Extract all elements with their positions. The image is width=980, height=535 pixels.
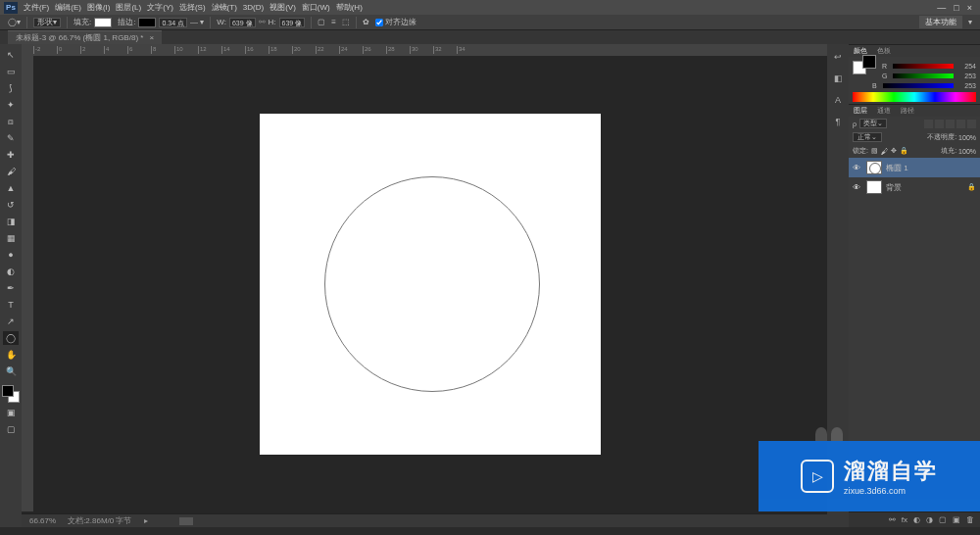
layer-row[interactable]: 👁 背景 🔒 xyxy=(849,177,980,197)
layer-fx-icon[interactable]: fx xyxy=(902,515,907,524)
menu-3d[interactable]: 3D(D) xyxy=(243,3,264,12)
shape-tool[interactable]: ◯ xyxy=(3,331,19,345)
link-icon[interactable]: ⚯ xyxy=(259,18,266,26)
filter-kind-dropdown[interactable]: 类型 ⌄ xyxy=(859,119,887,128)
minimize-icon[interactable]: — xyxy=(937,3,946,13)
lasso-tool[interactable]: ⟆ xyxy=(3,81,19,95)
zoom-level[interactable]: 66.67% xyxy=(29,516,56,525)
color-spectrum[interactable] xyxy=(853,92,976,102)
layer-thumbnail[interactable] xyxy=(866,180,882,194)
blur-tool[interactable]: ● xyxy=(3,248,19,262)
pen-tool[interactable]: ✒ xyxy=(3,281,19,295)
layer-name[interactable]: 椭圆 1 xyxy=(886,163,908,173)
document-tab[interactable]: 未标题-3 @ 66.7% (椭圆 1, RGB/8) * × xyxy=(8,30,162,44)
tab-paths[interactable]: 路径 xyxy=(896,106,919,116)
fill-opacity-value[interactable]: 100% xyxy=(958,148,976,155)
lock-position-icon[interactable]: ✥ xyxy=(891,147,897,155)
maximize-icon[interactable]: □ xyxy=(954,3,958,13)
wand-tool[interactable]: ✦ xyxy=(3,98,19,112)
brush-tool[interactable]: 🖌 xyxy=(3,165,19,178)
dodge-tool[interactable]: ◐ xyxy=(3,265,19,278)
width-input[interactable]: 639 像 xyxy=(229,18,256,27)
filter-type-icon[interactable] xyxy=(946,120,955,128)
stroke-style-dropdown[interactable]: — ▾ xyxy=(190,18,204,26)
new-layer-icon[interactable]: ▣ xyxy=(953,515,960,524)
lock-all-icon[interactable]: 🔒 xyxy=(900,147,908,155)
settings-icon[interactable]: ✿ xyxy=(363,18,369,26)
menu-file[interactable]: 文件(F) xyxy=(24,2,49,13)
gradient-tool[interactable]: ▦ xyxy=(3,231,19,245)
tab-layers[interactable]: 图层 xyxy=(849,106,872,116)
canvas[interactable] xyxy=(260,114,601,455)
align-icon[interactable]: ≡ xyxy=(331,18,336,26)
lock-image-icon[interactable]: 🖌 xyxy=(881,148,888,155)
shape-mode-dropdown[interactable]: 形状 ▾ xyxy=(33,18,61,27)
filter-pixel-icon[interactable] xyxy=(924,120,933,128)
healing-tool[interactable]: ✚ xyxy=(3,148,19,162)
close-icon[interactable]: × xyxy=(967,3,972,13)
layer-mask-icon[interactable]: ◐ xyxy=(913,515,920,524)
scrollbar[interactable] xyxy=(179,517,193,525)
link-layers-icon[interactable]: ⚯ xyxy=(889,515,896,524)
menu-help[interactable]: 帮助(H) xyxy=(336,2,363,13)
layer-row[interactable]: 👁 椭圆 1 xyxy=(849,158,980,177)
delete-layer-icon[interactable]: 🗑 xyxy=(966,515,974,524)
marquee-tool[interactable]: ▭ xyxy=(3,65,19,78)
menu-image[interactable]: 图像(I) xyxy=(87,2,111,13)
r-value[interactable]: 254 xyxy=(956,63,976,70)
stamp-tool[interactable]: ▲ xyxy=(3,181,19,195)
filter-shape-icon[interactable] xyxy=(956,120,965,128)
eyedropper-tool[interactable]: ✎ xyxy=(3,131,19,145)
ruler-vertical[interactable] xyxy=(22,56,33,511)
panel-bg-swatch[interactable] xyxy=(862,55,876,69)
g-slider[interactable] xyxy=(893,73,954,78)
crop-tool[interactable]: ⧈ xyxy=(3,115,19,128)
zoom-tool[interactable]: 🔍 xyxy=(3,365,19,378)
layer-name[interactable]: 背景 xyxy=(886,182,902,193)
character-panel-icon[interactable]: A xyxy=(831,93,845,107)
menu-view[interactable]: 视图(V) xyxy=(270,2,296,13)
history-panel-icon[interactable]: ↩ xyxy=(831,50,845,64)
tool-preset-icon[interactable]: ◯▾ xyxy=(8,18,21,26)
move-tool[interactable]: ↖ xyxy=(3,48,19,62)
menu-filter[interactable]: 滤镜(T) xyxy=(212,2,237,13)
lock-transparent-icon[interactable]: ▧ xyxy=(871,147,878,155)
tab-close-icon[interactable]: × xyxy=(150,33,155,42)
visibility-icon[interactable]: 👁 xyxy=(853,183,862,192)
visibility-icon[interactable]: 👁 xyxy=(853,164,862,172)
path-select-tool[interactable]: ↗ xyxy=(3,315,19,328)
menu-select[interactable]: 选择(S) xyxy=(179,2,206,13)
filter-adjust-icon[interactable] xyxy=(935,120,944,128)
hand-tool[interactable]: ✋ xyxy=(3,348,19,362)
paragraph-panel-icon[interactable]: ¶ xyxy=(831,115,845,128)
menu-edit[interactable]: 编辑(E) xyxy=(55,2,81,13)
doc-info[interactable]: 文档:2.86M/0 字节 xyxy=(68,515,131,526)
layer-thumbnail[interactable] xyxy=(866,161,882,174)
menu-layer[interactable]: 图层(L) xyxy=(116,2,141,13)
b-slider[interactable] xyxy=(883,83,954,88)
group-icon[interactable]: ▢ xyxy=(939,515,947,524)
ellipse-shape[interactable] xyxy=(324,176,540,392)
ruler-origin[interactable] xyxy=(22,44,33,56)
screenmode-icon[interactable]: ▢ xyxy=(3,422,19,436)
history-brush-tool[interactable]: ↺ xyxy=(3,198,19,212)
workspace-switcher[interactable]: 基本功能 xyxy=(919,16,962,28)
stroke-swatch[interactable] xyxy=(138,18,156,27)
color-swatches[interactable] xyxy=(2,385,20,403)
quickmask-icon[interactable]: ▣ xyxy=(3,406,19,419)
eraser-tool[interactable]: ◨ xyxy=(3,215,19,228)
type-tool[interactable]: T xyxy=(3,298,19,312)
menu-type[interactable]: 文字(Y) xyxy=(147,2,173,13)
properties-panel-icon[interactable]: ◧ xyxy=(831,72,845,85)
tab-channels[interactable]: 通道 xyxy=(872,106,896,116)
info-chevron-icon[interactable]: ▸ xyxy=(144,516,148,525)
arrange-icon[interactable]: ⬚ xyxy=(342,18,350,26)
path-ops-icon[interactable]: ▢ xyxy=(318,18,325,26)
ruler-horizontal[interactable]: -20246810121416182022242628303234 xyxy=(33,44,827,56)
g-value[interactable]: 253 xyxy=(956,73,976,79)
adjustment-layer-icon[interactable]: ◑ xyxy=(926,515,933,524)
menu-window[interactable]: 窗口(W) xyxy=(302,2,330,13)
align-edges-checkbox[interactable] xyxy=(375,19,383,26)
stroke-width-input[interactable]: 0.34 点 xyxy=(159,18,187,27)
filter-smart-icon[interactable] xyxy=(967,120,976,128)
